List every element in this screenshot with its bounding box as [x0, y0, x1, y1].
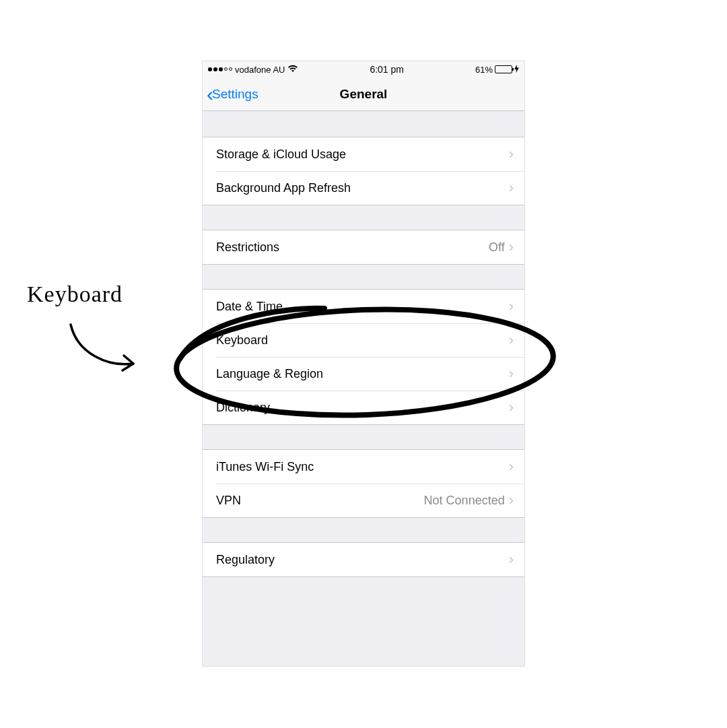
- status-right: 61%: [475, 65, 519, 75]
- row-date-time[interactable]: Date & Time ›: [203, 290, 524, 323]
- status-bar: vodafone AU 6:01 pm 61%: [203, 61, 524, 77]
- row-vpn[interactable]: VPN Not Connected ›: [203, 484, 524, 517]
- back-label: Settings: [212, 87, 258, 102]
- battery-icon: [495, 65, 512, 73]
- row-label: Storage & iCloud Usage: [216, 147, 509, 162]
- wifi-icon: [287, 65, 298, 74]
- chevron-right-icon: ›: [509, 299, 514, 314]
- group-spacer: [203, 518, 524, 542]
- signal-strength-icon: [208, 67, 232, 71]
- row-label: Keyboard: [216, 333, 509, 348]
- row-dictionary[interactable]: Dictionary ›: [203, 391, 524, 424]
- chevron-right-icon: ›: [509, 240, 514, 255]
- row-keyboard[interactable]: Keyboard ›: [203, 323, 524, 357]
- settings-group-restrictions: Restrictions Off ›: [203, 230, 524, 265]
- row-label: Background App Refresh: [216, 181, 509, 195]
- ios-settings-general-screen: vodafone AU 6:01 pm 61% ‹ Settings Gener…: [202, 61, 525, 667]
- group-spacer: [203, 205, 524, 230]
- chevron-right-icon: ›: [509, 366, 514, 381]
- chevron-right-icon: ›: [509, 147, 514, 162]
- group-spacer: [203, 111, 524, 137]
- battery-percent-label: 61%: [475, 65, 493, 75]
- row-label: Language & Region: [216, 367, 509, 381]
- row-label: Regulatory: [216, 553, 509, 567]
- clock-label: 6:01 pm: [370, 64, 404, 75]
- row-value: Off: [489, 240, 505, 255]
- row-label: VPN: [216, 494, 424, 508]
- row-storage-icloud-usage[interactable]: Storage & iCloud Usage ›: [203, 137, 524, 171]
- page-title: General: [340, 87, 388, 102]
- annotation-label: Keyboard: [27, 282, 123, 307]
- group-spacer: [203, 425, 524, 449]
- annotation-arrow-icon: [61, 317, 155, 384]
- row-label: Date & Time: [216, 300, 509, 314]
- chevron-right-icon: ›: [509, 493, 514, 508]
- row-label: Dictionary: [216, 401, 509, 415]
- settings-group-locale: Date & Time › Keyboard › Language & Regi…: [203, 289, 524, 425]
- settings-group-regulatory: Regulatory ›: [203, 542, 524, 577]
- settings-group-network: iTunes Wi-Fi Sync › VPN Not Connected ›: [203, 449, 524, 518]
- chevron-right-icon: ›: [509, 180, 514, 195]
- chevron-right-icon: ›: [509, 400, 514, 415]
- group-spacer: [203, 265, 524, 289]
- row-label: iTunes Wi-Fi Sync: [216, 460, 509, 474]
- row-itunes-wifi-sync[interactable]: iTunes Wi-Fi Sync ›: [203, 450, 524, 484]
- row-value: Not Connected: [424, 494, 505, 508]
- group-spacer: [203, 577, 524, 603]
- status-left: vodafone AU: [208, 65, 298, 75]
- nav-bar: ‹ Settings General: [203, 77, 524, 111]
- chevron-right-icon: ›: [509, 459, 514, 474]
- row-label: Restrictions: [216, 240, 489, 255]
- back-button[interactable]: ‹ Settings: [207, 77, 258, 110]
- row-restrictions[interactable]: Restrictions Off ›: [203, 230, 524, 264]
- charging-bolt-icon: [514, 65, 519, 75]
- row-regulatory[interactable]: Regulatory ›: [203, 543, 524, 576]
- row-language-region[interactable]: Language & Region ›: [203, 357, 524, 391]
- chevron-right-icon: ›: [509, 552, 514, 567]
- chevron-right-icon: ›: [509, 333, 514, 348]
- settings-group-storage: Storage & iCloud Usage › Background App …: [203, 137, 524, 205]
- row-background-app-refresh[interactable]: Background App Refresh ›: [203, 171, 524, 205]
- carrier-label: vodafone AU: [235, 65, 285, 75]
